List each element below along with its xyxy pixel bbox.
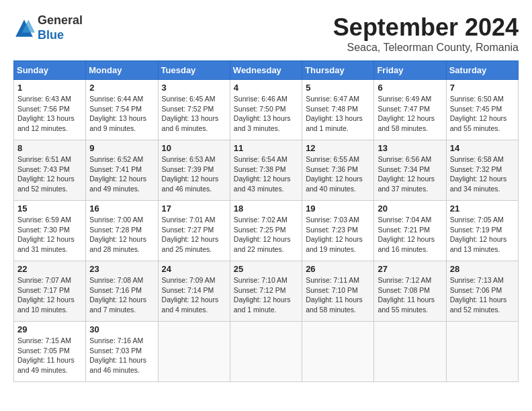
day-number: 13 <box>378 143 442 153</box>
calendar-week-row: 8Sunrise: 6:51 AMSunset: 7:43 PMDaylight… <box>14 140 519 201</box>
calendar-cell: 24Sunrise: 7:09 AMSunset: 7:14 PMDayligh… <box>158 261 230 322</box>
day-content: Sunrise: 6:53 AMSunset: 7:39 PMDaylight:… <box>162 154 226 194</box>
calendar-header-sunday: Sunday <box>14 61 86 80</box>
calendar-cell: 26Sunrise: 7:11 AMSunset: 7:10 PMDayligh… <box>302 261 374 322</box>
day-content: Sunrise: 6:49 AMSunset: 7:47 PMDaylight:… <box>378 94 442 134</box>
day-content: Sunrise: 7:00 AMSunset: 7:28 PMDaylight:… <box>89 215 154 255</box>
day-number: 16 <box>89 203 154 214</box>
day-content: Sunrise: 6:44 AMSunset: 7:54 PMDaylight:… <box>89 94 154 134</box>
calendar-cell: 6Sunrise: 6:49 AMSunset: 7:47 PMDaylight… <box>374 80 446 140</box>
day-content: Sunrise: 7:09 AMSunset: 7:14 PMDaylight:… <box>162 275 226 315</box>
day-number: 27 <box>378 264 442 274</box>
day-number: 28 <box>450 264 515 274</box>
day-number: 29 <box>17 324 82 334</box>
day-number: 6 <box>378 83 442 93</box>
day-number: 25 <box>234 264 298 274</box>
day-number: 17 <box>162 203 226 214</box>
day-number: 22 <box>17 264 82 274</box>
day-number: 1 <box>17 83 82 93</box>
day-number: 7 <box>450 83 515 93</box>
calendar-week-row: 22Sunrise: 7:07 AMSunset: 7:17 PMDayligh… <box>14 261 519 322</box>
title-section: September 2024 Seaca, Teleorman County, … <box>333 13 519 54</box>
logo: General Blue <box>13 13 83 42</box>
calendar-cell: 9Sunrise: 6:52 AMSunset: 7:41 PMDaylight… <box>86 140 158 201</box>
calendar-header-wednesday: Wednesday <box>230 61 302 80</box>
calendar-cell: 22Sunrise: 7:07 AMSunset: 7:17 PMDayligh… <box>14 261 86 322</box>
day-content: Sunrise: 7:01 AMSunset: 7:27 PMDaylight:… <box>162 215 226 255</box>
day-number: 15 <box>17 203 82 214</box>
day-number: 21 <box>450 203 515 214</box>
day-number: 18 <box>234 203 298 214</box>
calendar-cell <box>230 322 302 382</box>
calendar-cell: 23Sunrise: 7:08 AMSunset: 7:16 PMDayligh… <box>86 261 158 322</box>
day-content: Sunrise: 7:15 AMSunset: 7:05 PMDaylight:… <box>17 336 82 375</box>
day-content: Sunrise: 7:02 AMSunset: 7:25 PMDaylight:… <box>234 215 298 255</box>
day-content: Sunrise: 7:04 AMSunset: 7:21 PMDaylight:… <box>378 215 442 255</box>
calendar-cell: 4Sunrise: 6:46 AMSunset: 7:50 PMDaylight… <box>230 80 302 140</box>
calendar-header-saturday: Saturday <box>446 61 518 80</box>
day-number: 26 <box>306 264 370 274</box>
calendar-cell: 1Sunrise: 6:43 AMSunset: 7:56 PMDaylight… <box>14 80 86 140</box>
calendar-cell: 30Sunrise: 7:16 AMSunset: 7:03 PMDayligh… <box>86 322 158 382</box>
day-number: 30 <box>89 324 154 334</box>
day-content: Sunrise: 7:11 AMSunset: 7:10 PMDaylight:… <box>306 275 370 315</box>
day-content: Sunrise: 6:55 AMSunset: 7:36 PMDaylight:… <box>306 154 370 194</box>
calendar-cell: 12Sunrise: 6:55 AMSunset: 7:36 PMDayligh… <box>302 140 374 201</box>
day-content: Sunrise: 7:05 AMSunset: 7:19 PMDaylight:… <box>450 215 515 255</box>
calendar-week-row: 29Sunrise: 7:15 AMSunset: 7:05 PMDayligh… <box>14 322 519 382</box>
calendar-cell: 5Sunrise: 6:47 AMSunset: 7:48 PMDaylight… <box>302 80 374 140</box>
day-content: Sunrise: 6:54 AMSunset: 7:38 PMDaylight:… <box>234 154 298 194</box>
day-content: Sunrise: 6:58 AMSunset: 7:32 PMDaylight:… <box>450 154 515 194</box>
logo-icon <box>13 17 35 39</box>
day-number: 23 <box>89 264 154 274</box>
calendar-header-monday: Monday <box>86 61 158 80</box>
day-content: Sunrise: 6:50 AMSunset: 7:45 PMDaylight:… <box>450 94 515 134</box>
day-number: 24 <box>162 264 226 274</box>
day-number: 12 <box>306 143 370 153</box>
calendar-header-friday: Friday <box>374 61 446 80</box>
day-number: 11 <box>234 143 298 153</box>
day-content: Sunrise: 6:52 AMSunset: 7:41 PMDaylight:… <box>89 154 154 194</box>
calendar-cell <box>446 322 518 382</box>
calendar-cell: 20Sunrise: 7:04 AMSunset: 7:21 PMDayligh… <box>374 201 446 261</box>
calendar-cell: 3Sunrise: 6:45 AMSunset: 7:52 PMDaylight… <box>158 80 230 140</box>
calendar-cell: 25Sunrise: 7:10 AMSunset: 7:12 PMDayligh… <box>230 261 302 322</box>
calendar-header-thursday: Thursday <box>302 61 374 80</box>
logo-general-text: General <box>38 13 83 28</box>
calendar-cell <box>374 322 446 382</box>
calendar-cell: 7Sunrise: 6:50 AMSunset: 7:45 PMDaylight… <box>446 80 518 140</box>
day-content: Sunrise: 7:07 AMSunset: 7:17 PMDaylight:… <box>17 275 82 315</box>
calendar-cell: 16Sunrise: 7:00 AMSunset: 7:28 PMDayligh… <box>86 201 158 261</box>
day-content: Sunrise: 6:43 AMSunset: 7:56 PMDaylight:… <box>17 94 82 134</box>
day-content: Sunrise: 6:45 AMSunset: 7:52 PMDaylight:… <box>162 94 226 134</box>
day-number: 19 <box>306 203 370 214</box>
calendar-cell: 15Sunrise: 6:59 AMSunset: 7:30 PMDayligh… <box>14 201 86 261</box>
day-content: Sunrise: 7:12 AMSunset: 7:08 PMDaylight:… <box>378 275 442 315</box>
day-content: Sunrise: 7:10 AMSunset: 7:12 PMDaylight:… <box>234 275 298 315</box>
day-number: 14 <box>450 143 515 153</box>
calendar-header-tuesday: Tuesday <box>158 61 230 80</box>
calendar-cell: 29Sunrise: 7:15 AMSunset: 7:05 PMDayligh… <box>14 322 86 382</box>
day-content: Sunrise: 6:56 AMSunset: 7:34 PMDaylight:… <box>378 154 442 194</box>
day-number: 2 <box>89 83 154 93</box>
day-number: 5 <box>306 83 370 93</box>
calendar-cell: 28Sunrise: 7:13 AMSunset: 7:06 PMDayligh… <box>446 261 518 322</box>
calendar-cell: 19Sunrise: 7:03 AMSunset: 7:23 PMDayligh… <box>302 201 374 261</box>
day-number: 20 <box>378 203 442 214</box>
day-content: Sunrise: 6:46 AMSunset: 7:50 PMDaylight:… <box>234 94 298 134</box>
day-content: Sunrise: 7:13 AMSunset: 7:06 PMDaylight:… <box>450 275 515 315</box>
calendar-week-row: 1Sunrise: 6:43 AMSunset: 7:56 PMDaylight… <box>14 80 519 140</box>
day-number: 10 <box>162 143 226 153</box>
calendar-cell: 2Sunrise: 6:44 AMSunset: 7:54 PMDaylight… <box>86 80 158 140</box>
calendar-week-row: 15Sunrise: 6:59 AMSunset: 7:30 PMDayligh… <box>14 201 519 261</box>
day-content: Sunrise: 6:59 AMSunset: 7:30 PMDaylight:… <box>17 215 82 255</box>
day-number: 9 <box>89 143 154 153</box>
calendar-cell: 14Sunrise: 6:58 AMSunset: 7:32 PMDayligh… <box>446 140 518 201</box>
day-number: 8 <box>17 143 82 153</box>
day-number: 4 <box>234 83 298 93</box>
month-title: September 2024 <box>333 13 519 42</box>
header: General Blue September 2024 Seaca, Teleo… <box>13 13 519 54</box>
day-content: Sunrise: 7:16 AMSunset: 7:03 PMDaylight:… <box>89 336 154 375</box>
day-content: Sunrise: 7:03 AMSunset: 7:23 PMDaylight:… <box>306 215 370 255</box>
calendar-cell: 27Sunrise: 7:12 AMSunset: 7:08 PMDayligh… <box>374 261 446 322</box>
